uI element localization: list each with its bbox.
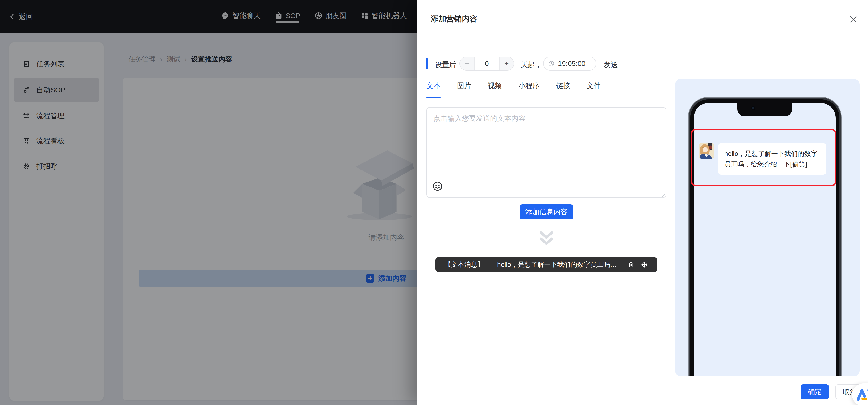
days-stepper: − 0 + [460,57,514,71]
message-actions [628,261,648,268]
chat-message-row: hello，是想了解一下我们的数字员工吗，给您介绍一下[偷笑] [699,143,826,175]
minus-button[interactable]: − [460,57,474,70]
days-value[interactable]: 0 [474,57,499,70]
tab-file[interactable]: 文件 [587,81,601,97]
add-message-button[interactable]: 添加信息内容 [520,204,573,220]
brand-ai-logo [856,389,868,401]
modal-title: 添加营销内容 [431,14,477,24]
double-chevron-down-icon [539,231,554,246]
tab-text[interactable]: 文本 [427,81,441,97]
plus-button[interactable]: + [499,57,514,70]
modal-divider [426,31,855,31]
section-accent-bar [426,58,428,69]
clock-icon [548,61,555,67]
message-type-label: 【文本消息】 [444,260,484,269]
emoji-smile-icon[interactable] [432,181,443,192]
phone-preview-panel: hello，是想了解一下我们的数字员工吗，给您介绍一下[偷笑] [675,79,860,376]
close-icon[interactable] [849,14,858,24]
chat-bubble: hello，是想了解一下我们的数字员工吗，给您介绍一下[偷笑] [718,143,826,175]
confirm-button[interactable]: 确定 [801,384,829,399]
tab-link[interactable]: 链接 [556,81,570,97]
avatar [699,143,714,159]
add-marketing-content-modal: 添加营销内容 设置后 − 0 + 天起， 19:05:00 发送 文本 图片 视… [416,0,868,405]
message-preview-text: hello，是想了解一下我们的数字员工吗，给... [497,260,622,269]
time-value: 19:05:00 [558,60,586,68]
schedule-middle: 天起， [521,60,542,70]
trash-icon[interactable] [628,261,635,268]
tab-video[interactable]: 视频 [488,81,502,97]
time-picker[interactable]: 19:05:00 [543,57,596,71]
schedule-prefix: 设置后 [435,60,456,70]
content-type-tabs: 文本 图片 视频 小程序 链接 文件 [427,81,601,97]
schedule-suffix: 发送 [603,60,618,70]
message-text-input[interactable] [427,107,666,198]
phone-notch [738,102,792,116]
message-list-item[interactable]: 【文本消息】 hello，是想了解一下我们的数字员工吗，给... [435,257,657,272]
tab-miniprogram[interactable]: 小程序 [518,81,539,97]
camera-icon [751,106,755,110]
move-icon[interactable] [641,261,648,268]
tab-image[interactable]: 图片 [457,81,471,97]
